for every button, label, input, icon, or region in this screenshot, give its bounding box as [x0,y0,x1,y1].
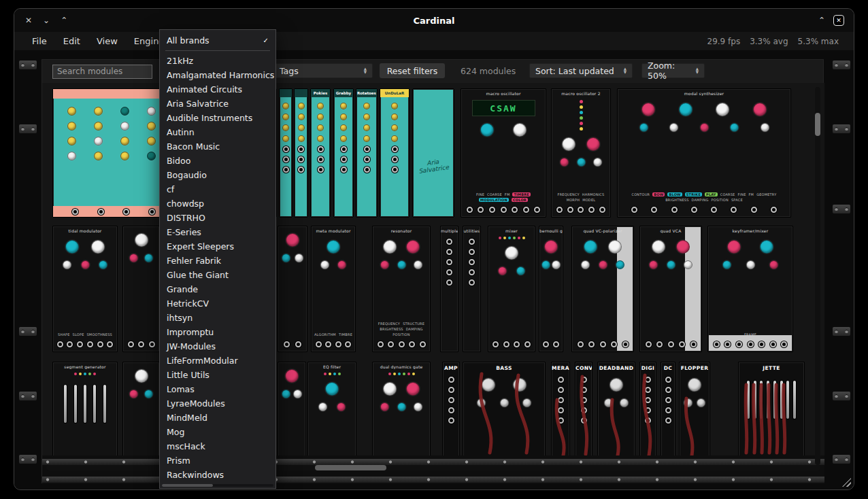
module-panel[interactable]: segment generator [52,362,118,455]
module-panel[interactable] [278,226,307,352]
module-panel[interactable]: bernoulli gate [539,226,563,352]
zoom-dropdown[interactable]: Zoom: 50% ▲▼ [641,63,705,78]
brand-menu-item[interactable]: Aria Salvatrice [160,97,276,111]
collapse-icon[interactable]: ⌃ [818,16,825,25]
module-title: MERA [552,362,569,371]
module-panel[interactable] [122,226,160,352]
module-panel[interactable]: dual dynamics gateMODSHAPEEXCITE [372,362,431,455]
x-logo-icon[interactable]: ✕ [833,15,844,26]
vertical-scrollbar[interactable] [815,87,820,465]
module-panel[interactable]: AMPCVIN [442,362,460,455]
module-panel[interactable]: modal synthesizerCONTOURBOWBLOWSTRIKEPLA… [617,88,791,218]
module-panel[interactable]: DEADBANDWIDTHGAP [597,362,635,455]
port-row [278,341,307,347]
module-panel[interactable]: resonatorFREQUENCYSTRUCTUREBRIGHTNESSDAM… [372,226,431,352]
module-panel[interactable]: macro oscillatorCSAWFINECOARSEFMTIMBREMO… [461,88,546,218]
module-panel[interactable]: keyframer/mixerFRAME [707,226,793,352]
brand-menu-item[interactable]: Impromptu [160,325,276,339]
module-panel[interactable]: Rotatoes [356,88,378,218]
module-panel[interactable] [279,88,293,218]
updown-arrows-icon: ▲▼ [364,67,367,74]
module-panel[interactable]: EQ filterFREQGAIN [307,362,356,455]
module-panel[interactable]: quad VC-polarizer [571,226,634,352]
brand-menu-item[interactable]: JW-Modules [160,339,276,354]
brand-menu-item[interactable]: chowdsp [160,196,276,211]
module-panel[interactable]: multiples [440,226,458,352]
close-window-icon[interactable]: ✕ [25,16,32,25]
module-panel[interactable]: tidal modulatorSHAPESLOPESMOOTHNESS [52,226,118,352]
brand-menu-item[interactable]: Fehler Fabrik [160,254,276,268]
module-panel[interactable]: DC [661,362,675,455]
module-panel[interactable]: UnDuLaR [380,88,410,218]
port [556,207,563,213]
brand-menu-item[interactable]: E-Series [160,225,276,239]
knob-row [312,240,355,254]
port [736,341,742,347]
cpu-max-value: 5.3% max [798,37,839,46]
knob [67,137,76,145]
vertical-scrollbar-thumb[interactable] [815,113,820,136]
menu-file[interactable]: File [32,36,47,46]
brand-menu-item[interactable]: Lomas [160,382,276,396]
menu-view[interactable]: View [97,36,118,46]
reset-filters-button[interactable]: Reset filters [380,63,445,78]
menu-edit[interactable]: Edit [63,36,80,46]
knob [513,378,527,392]
brand-menu-item[interactable]: Amalgamated Harmonics [160,68,276,82]
chevron-up-icon[interactable]: ⌃ [61,16,67,25]
brand-menu-item[interactable]: Mog [160,425,276,439]
brand-menu-item[interactable]: Grande [160,282,276,296]
knob [406,240,420,254]
module-panel[interactable]: Aria Salvatrice [412,88,454,218]
chevron-down-icon[interactable]: ⌄ [43,16,50,25]
module-panel[interactable]: macro oscillator 2FREQUENCYHARMONICSMORP… [551,88,611,218]
module-panel[interactable]: JETTE [738,362,805,455]
module-panel[interactable]: DIGICV [639,362,656,455]
brand-menu-item[interactable]: cf [160,182,276,196]
brand-menu-item[interactable]: Bidoo [160,154,276,168]
port [446,279,452,286]
menu-scrollbar[interactable] [162,484,273,487]
port [283,146,289,152]
module-panel[interactable]: Pokies [310,88,331,218]
module-panel[interactable]: CONVCV [575,362,592,455]
brand-menu-item[interactable]: Little Utils [160,368,276,382]
param-label: POSITION [393,332,410,337]
module-panel[interactable]: utilities [463,226,481,352]
brand-menu-item[interactable]: mscHack [160,439,276,453]
horizontal-scrollbar-thumb[interactable] [315,465,386,470]
brand-menu-item[interactable]: 21kHz [160,54,276,68]
brand-menu-item[interactable]: LifeFormModular [160,354,276,368]
brand-menu-item[interactable]: Prism [160,453,276,468]
brand-menu-item[interactable]: Autinn [160,125,276,139]
brand-menu-item[interactable]: Glue the Giant [160,268,276,282]
module-panel[interactable]: BASSCVCUTOFFRESONANCEDECAYENVMODACCENTGA… [463,362,546,455]
module-panel[interactable]: MERACV [551,362,570,455]
module-panel[interactable] [122,362,160,455]
brand-menu-item[interactable]: Audible Instruments [160,111,276,125]
brand-menu-item[interactable]: LyraeModules [160,396,276,411]
module-panel[interactable]: FLOPPERCV [679,362,710,455]
module-panel[interactable]: meta modulatorALGORITHMTIMBRE [311,226,356,352]
tags-dropdown[interactable]: Tags ▲▼ [273,63,373,78]
brand-menu-item[interactable]: All brands✓ [160,33,276,48]
brand-menu-item[interactable]: HetrickCV [160,296,276,311]
module-panel[interactable] [278,362,306,455]
port [446,269,452,275]
brand-menu-item[interactable]: Bogaudio [160,168,276,182]
brand-menu-item[interactable]: DISTRHO [160,211,276,225]
knob [581,260,590,269]
module-panel[interactable] [294,88,308,218]
brand-menu-item[interactable]: Bacon Music [160,139,276,154]
brand-menu-item[interactable]: Rackwindows [160,468,276,482]
sort-dropdown[interactable]: Sort: Last updated ▲▼ [529,63,633,78]
brand-menu-item[interactable]: Expert Sleepers [160,239,276,254]
brand-menu-item[interactable]: ihtsyn [160,311,276,325]
menu-scrollbar-thumb[interactable] [162,484,213,487]
search-input[interactable] [52,65,152,79]
brand-menu-item[interactable]: MindMeld [160,411,276,425]
module-panel[interactable]: mixer [488,226,535,352]
module-panel[interactable]: quad VCA [639,226,702,352]
module-panel[interactable]: Grabby [333,88,354,218]
brand-menu-item[interactable]: Animated Circuits [160,82,276,97]
